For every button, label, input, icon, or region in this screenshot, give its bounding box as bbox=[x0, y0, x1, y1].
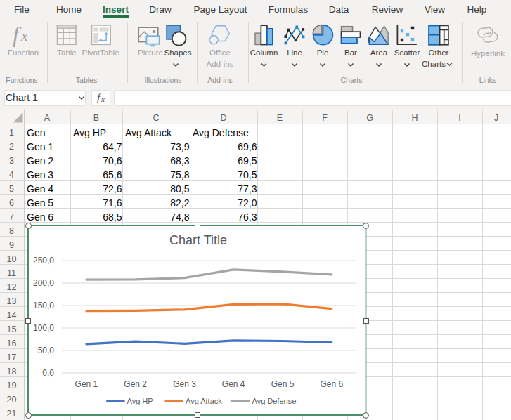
svg-text:100,0: 100,0 bbox=[33, 323, 54, 333]
svg-text:150,0: 150,0 bbox=[33, 301, 54, 310]
svg-text:Gen 2: Gen 2 bbox=[124, 379, 147, 389]
svg-text:Chart Title: Chart Title bbox=[169, 233, 227, 247]
svg-text:50,0: 50,0 bbox=[38, 346, 55, 355]
svg-text:Gen 3: Gen 3 bbox=[173, 379, 196, 389]
svg-text:Gen 6: Gen 6 bbox=[320, 379, 343, 389]
svg-text:Avg Defense: Avg Defense bbox=[252, 397, 297, 405]
svg-text:Avg Attack: Avg Attack bbox=[186, 397, 222, 405]
svg-text:Gen 5: Gen 5 bbox=[271, 379, 295, 389]
svg-text:0,0: 0,0 bbox=[42, 368, 54, 378]
svg-text:250,0: 250,0 bbox=[33, 256, 54, 265]
svg-text:Gen 1: Gen 1 bbox=[75, 379, 98, 389]
svg-text:Gen 4: Gen 4 bbox=[222, 379, 245, 389]
svg-text:200,0: 200,0 bbox=[33, 278, 54, 288]
svg-text:Avg HP: Avg HP bbox=[127, 397, 153, 405]
